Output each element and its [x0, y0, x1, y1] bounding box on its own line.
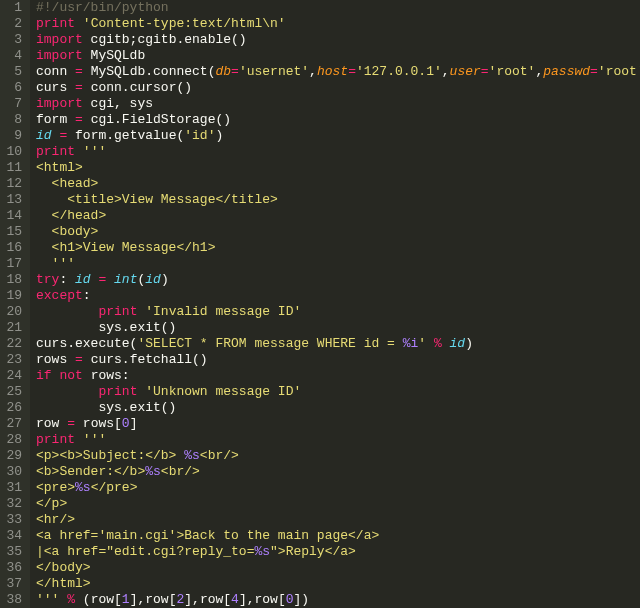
token: %s [145, 464, 161, 479]
code-line[interactable]: <b>Sender:</b>%s<br/> [36, 464, 640, 480]
line-number: 35 [6, 544, 22, 560]
code-line[interactable]: <hr/> [36, 512, 640, 528]
token: = [348, 64, 356, 79]
line-number: 8 [6, 112, 22, 128]
token [75, 16, 83, 31]
line-number: 16 [6, 240, 22, 256]
code-line[interactable]: print ''' [36, 144, 640, 160]
code-line[interactable]: import cgi, sys [36, 96, 640, 112]
line-number: 29 [6, 448, 22, 464]
line-number: 18 [6, 272, 22, 288]
token: form [36, 112, 75, 127]
code-line[interactable]: print 'Content-type:text/html\n' [36, 16, 640, 32]
code-line[interactable]: <head> [36, 176, 640, 192]
code-line[interactable]: <html> [36, 160, 640, 176]
token: print [98, 384, 137, 399]
token: <h1>View Message</h1> [36, 240, 215, 255]
token [426, 336, 434, 351]
token: <p><b>Subject:</b> [36, 448, 184, 463]
code-line[interactable]: #!/usr/bin/python [36, 0, 640, 16]
token: 'SELECT * FROM message WHERE id = [137, 336, 402, 351]
line-number: 1 [6, 0, 22, 16]
code-line[interactable]: <pre>%s</pre> [36, 480, 640, 496]
token: = [481, 64, 489, 79]
token: ] [130, 416, 138, 431]
token: ]) [294, 592, 310, 607]
token: curs.fetchall() [83, 352, 208, 367]
code-line[interactable]: import cgitb;cgitb.enable() [36, 32, 640, 48]
token: ''' [83, 144, 106, 159]
code-line[interactable]: try: id = int(id) [36, 272, 640, 288]
token: 4 [231, 592, 239, 607]
code-line[interactable]: print 'Unknown message ID' [36, 384, 640, 400]
code-line[interactable]: print ''' [36, 432, 640, 448]
token: = [590, 64, 598, 79]
code-line[interactable]: sys.exit() [36, 320, 640, 336]
token: id [450, 336, 466, 351]
line-number: 10 [6, 144, 22, 160]
code-line[interactable]: |<a href="edit.cgi?reply_to=%s">Reply</a… [36, 544, 640, 560]
token: % [434, 336, 442, 351]
token: <b>Sender:</b> [36, 464, 145, 479]
token: <hr/> [36, 512, 75, 527]
code-line[interactable]: </p> [36, 496, 640, 512]
line-number: 25 [6, 384, 22, 400]
code-editor[interactable]: 1234567891011121314151617181920212223242… [0, 0, 640, 608]
code-line[interactable]: </html> [36, 576, 640, 592]
code-line[interactable]: if not rows: [36, 368, 640, 384]
code-line[interactable]: import MySQLdb [36, 48, 640, 64]
code-line[interactable]: sys.exit() [36, 400, 640, 416]
line-number: 31 [6, 480, 22, 496]
token: 'Unknown message ID' [145, 384, 301, 399]
code-line[interactable]: form = cgi.FieldStorage() [36, 112, 640, 128]
token: % [67, 592, 75, 607]
line-number: 12 [6, 176, 22, 192]
code-line[interactable]: </body> [36, 560, 640, 576]
token: print [36, 432, 75, 447]
line-number: 13 [6, 192, 22, 208]
token: </html> [36, 576, 91, 591]
token: curs.execute( [36, 336, 137, 351]
token: cgi.FieldStorage() [83, 112, 231, 127]
code-line[interactable]: print 'Invalid message ID' [36, 304, 640, 320]
code-line[interactable]: <h1>View Message</h1> [36, 240, 640, 256]
code-line[interactable]: except: [36, 288, 640, 304]
token: import [36, 96, 83, 111]
token: : [59, 272, 75, 287]
token: ) [215, 128, 223, 143]
token: <head> [36, 176, 98, 191]
code-line[interactable]: ''' [36, 256, 640, 272]
token: </pre> [91, 480, 138, 495]
token: = [75, 352, 83, 367]
code-line[interactable]: </head> [36, 208, 640, 224]
code-line[interactable]: row = rows[0] [36, 416, 640, 432]
line-number: 9 [6, 128, 22, 144]
token: , [309, 64, 317, 79]
token: <body> [36, 224, 98, 239]
code-line[interactable]: id = form.getvalue('id') [36, 128, 640, 144]
code-line[interactable]: conn = MySQLdb.connect(db='usernet',host… [36, 64, 640, 80]
token: sys.exit() [36, 400, 176, 415]
token: MySQLdb.connect( [83, 64, 216, 79]
token: (row[ [75, 592, 122, 607]
code-line[interactable]: <a href='main.cgi'>Back to the main page… [36, 528, 640, 544]
line-number: 15 [6, 224, 22, 240]
line-number: 21 [6, 320, 22, 336]
token [75, 144, 83, 159]
code-area[interactable]: #!/usr/bin/pythonprint 'Content-type:tex… [30, 0, 640, 608]
code-line[interactable]: ''' % (row[1],row[2],row[4],row[0]) [36, 592, 640, 608]
token [442, 336, 450, 351]
line-number: 17 [6, 256, 22, 272]
line-number: 20 [6, 304, 22, 320]
token: ">Reply</a> [270, 544, 356, 559]
line-number: 11 [6, 160, 22, 176]
code-line[interactable]: <title>View Message</title> [36, 192, 640, 208]
token: <title>View Message</title> [36, 192, 278, 207]
code-line[interactable]: <body> [36, 224, 640, 240]
code-line[interactable]: <p><b>Subject:</b> %s<br/> [36, 448, 640, 464]
code-line[interactable]: curs.execute('SELECT * FROM message WHER… [36, 336, 640, 352]
code-line[interactable]: curs = conn.cursor() [36, 80, 640, 96]
token: <a href='main.cgi'>Back to the main page… [36, 528, 379, 543]
line-number: 3 [6, 32, 22, 48]
code-line[interactable]: rows = curs.fetchall() [36, 352, 640, 368]
